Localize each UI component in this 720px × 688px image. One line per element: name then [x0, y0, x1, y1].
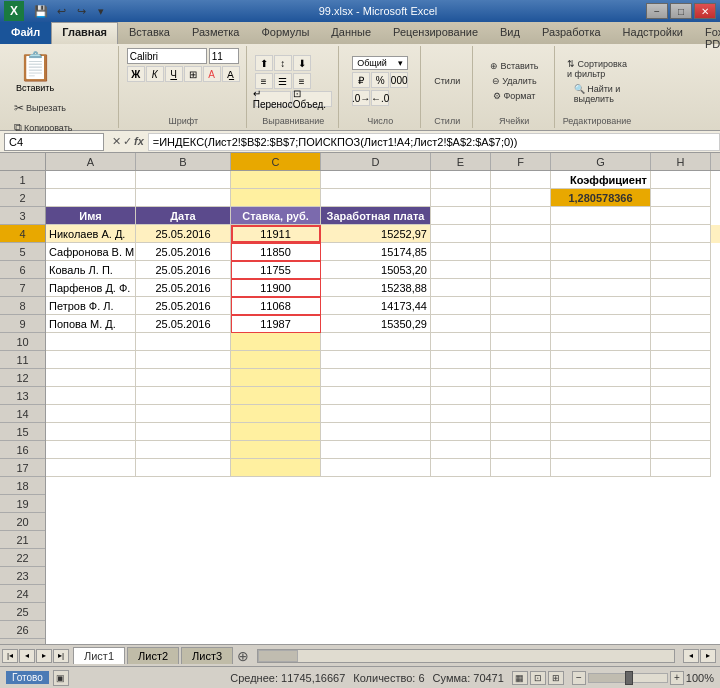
delete-cells-button[interactable]: ⊖ Удалить [486, 74, 543, 88]
cell-a5[interactable]: Сафронова В. М. [46, 243, 136, 261]
cell-e10[interactable] [431, 333, 491, 351]
row-header-4[interactable]: 4 [0, 225, 45, 243]
cell-b9[interactable]: 25.05.2016 [136, 315, 231, 333]
cell-h6[interactable] [651, 261, 711, 279]
row-header-24[interactable]: 24 [0, 585, 45, 603]
cell-a2[interactable] [46, 189, 136, 207]
zoom-slider[interactable] [588, 673, 668, 683]
cell-g10[interactable] [551, 333, 651, 351]
find-select-button[interactable]: 🔍 Найти ивыделить [563, 82, 631, 106]
horizontal-scrollbar[interactable] [257, 649, 675, 663]
cell-b3[interactable]: Дата [136, 207, 231, 225]
cut-button[interactable]: ✂Вырезать [10, 99, 70, 117]
sheet-nav-first[interactable]: |◂ [2, 649, 18, 663]
sheet-nav-last[interactable]: ▸| [53, 649, 69, 663]
row-header-8[interactable]: 8 [0, 297, 45, 315]
cell-f5[interactable] [491, 243, 551, 261]
zoom-level[interactable]: 100% [686, 672, 714, 684]
cell-a7[interactable]: Парфенов Д. Ф. [46, 279, 136, 297]
cell-f8[interactable] [491, 297, 551, 315]
cell-f1[interactable] [491, 171, 551, 189]
cell-b10[interactable] [136, 333, 231, 351]
row-header-22[interactable]: 22 [0, 549, 45, 567]
row-header-16[interactable]: 16 [0, 441, 45, 459]
cell-b8[interactable]: 25.05.2016 [136, 297, 231, 315]
decrease-decimal-button[interactable]: ←.0 [371, 90, 389, 106]
scroll-right-button[interactable]: ▸ [700, 649, 716, 663]
cell-c3[interactable]: Ставка, руб. [231, 207, 321, 225]
row-header-26[interactable]: 26 [0, 621, 45, 639]
cell-b2[interactable] [136, 189, 231, 207]
col-header-a[interactable]: A [46, 153, 136, 170]
cell-c7[interactable]: 11900 [231, 279, 321, 297]
cell-a1[interactable] [46, 171, 136, 189]
cell-g8[interactable] [551, 297, 651, 315]
scroll-left-button[interactable]: ◂ [683, 649, 699, 663]
paste-button[interactable]: 📋 Вставить [10, 48, 60, 95]
cell-d2[interactable] [321, 189, 431, 207]
page-layout-view-button[interactable]: ⊡ [530, 671, 546, 685]
col-header-g[interactable]: G [551, 153, 651, 170]
cell-d10[interactable] [321, 333, 431, 351]
cell-d4[interactable]: 15252,97 [321, 225, 431, 243]
row-header-3[interactable]: 3 [0, 207, 45, 225]
sort-filter-button[interactable]: ⇅ Сортировкаи фильтр [563, 57, 631, 81]
sheet-tab-1[interactable]: Лист1 [73, 647, 125, 664]
align-middle-button[interactable]: ↕ [274, 55, 292, 71]
cell-f6[interactable] [491, 261, 551, 279]
cell-c4[interactable]: 11911 [231, 225, 321, 243]
undo-button[interactable]: ↩ [52, 2, 70, 20]
sheet-nav-prev[interactable]: ◂ [19, 649, 35, 663]
cell-a9[interactable]: Попова М. Д. [46, 315, 136, 333]
cell-a8[interactable]: Петров Ф. Л. [46, 297, 136, 315]
col-header-c[interactable]: C [231, 153, 321, 170]
row-header-10[interactable]: 10 [0, 333, 45, 351]
bold-button[interactable]: Ж [127, 66, 145, 82]
row-header-23[interactable]: 23 [0, 567, 45, 585]
customize-qa-button[interactable]: ▾ [92, 2, 110, 20]
zoom-in-button[interactable]: + [670, 671, 684, 685]
row-header-19[interactable]: 19 [0, 495, 45, 513]
row-header-21[interactable]: 21 [0, 531, 45, 549]
row-header-18[interactable]: 18 [0, 477, 45, 495]
cell-g2[interactable]: 1,280578366 [551, 189, 651, 207]
cell-d5[interactable]: 15174,85 [321, 243, 431, 261]
row-header-20[interactable]: 20 [0, 513, 45, 531]
cell-d3[interactable]: Заработная плата [321, 207, 431, 225]
minimize-button[interactable]: − [646, 3, 668, 19]
normal-view-button[interactable]: ▦ [512, 671, 528, 685]
cell-h5[interactable] [651, 243, 711, 261]
cell-c1[interactable] [231, 171, 321, 189]
thousands-button[interactable]: 000 [390, 72, 408, 88]
tab-formulas[interactable]: Формулы [250, 22, 320, 44]
cell-d6[interactable]: 15053,20 [321, 261, 431, 279]
col-header-f[interactable]: F [491, 153, 551, 170]
cell-h4[interactable] [651, 225, 711, 243]
row-header-7[interactable]: 7 [0, 279, 45, 297]
cell-e1[interactable] [431, 171, 491, 189]
cell-e3[interactable] [431, 207, 491, 225]
cell-e8[interactable] [431, 297, 491, 315]
cell-b4[interactable]: 25.05.2016 [136, 225, 231, 243]
row-header-25[interactable]: 25 [0, 603, 45, 621]
wrap-text-button[interactable]: ↵ Перенос [255, 91, 291, 107]
cell-h10[interactable] [651, 333, 711, 351]
add-sheet-button[interactable]: ⊕ [237, 648, 249, 664]
cell-f7[interactable] [491, 279, 551, 297]
zoom-slider-thumb[interactable] [625, 671, 633, 685]
cell-c5[interactable]: 11850 [231, 243, 321, 261]
cell-f9[interactable] [491, 315, 551, 333]
tab-data[interactable]: Данные [320, 22, 382, 44]
number-format-selector[interactable]: Общий▾ [352, 56, 408, 70]
cell-c2[interactable] [231, 189, 321, 207]
align-center-button[interactable]: ☰ [274, 73, 292, 89]
row-header-1[interactable]: 1 [0, 171, 45, 189]
cell-h7[interactable] [651, 279, 711, 297]
cell-g3[interactable] [551, 207, 651, 225]
row-header-2[interactable]: 2 [0, 189, 45, 207]
cell-h2[interactable] [651, 189, 711, 207]
sheet-nav-next[interactable]: ▸ [36, 649, 52, 663]
tab-dev[interactable]: Разработка [531, 22, 612, 44]
tab-addins[interactable]: Надстройки [612, 22, 694, 44]
cell-g6[interactable] [551, 261, 651, 279]
